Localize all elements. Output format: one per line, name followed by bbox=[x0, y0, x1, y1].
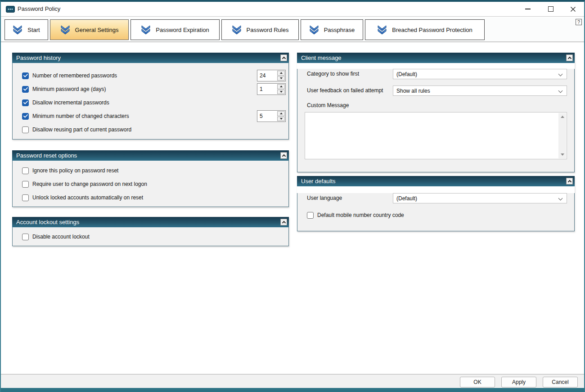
group-title: Client message bbox=[301, 54, 342, 61]
group-title: Password history bbox=[16, 54, 61, 61]
window-bottom-edge bbox=[1, 388, 584, 392]
group-password-history: Password history Number of remembered pa… bbox=[12, 53, 289, 140]
group-header: User defaults bbox=[297, 176, 575, 186]
group-header: Account lockout settings bbox=[12, 217, 289, 227]
setting-row: Number of remembered passwords 24 bbox=[13, 69, 288, 82]
setting-row: Minimum number of changed characters 5 bbox=[13, 109, 288, 123]
spinner-buttons bbox=[277, 111, 285, 122]
checkbox-remembered-passwords[interactable] bbox=[22, 72, 29, 79]
tab-general-settings[interactable]: General Settings bbox=[50, 19, 129, 40]
collapse-button[interactable] bbox=[280, 219, 287, 225]
collapse-button[interactable] bbox=[280, 54, 287, 61]
chevron-up-icon bbox=[282, 154, 285, 158]
group-account-lockout-settings: Account lockout settings Disable account… bbox=[12, 217, 289, 246]
spinner-down-icon bbox=[280, 77, 283, 79]
ok-button[interactable]: OK bbox=[460, 377, 495, 387]
tab-start[interactable]: Start bbox=[4, 19, 48, 40]
spinner-up-icon bbox=[280, 113, 283, 114]
checkbox-ignore-policy-on-reset[interactable] bbox=[22, 167, 29, 174]
spinner-value[interactable]: 5 bbox=[257, 111, 277, 122]
chevron-down-icon bbox=[558, 196, 563, 201]
checkbox-default-mobile-country-code[interactable] bbox=[307, 212, 314, 219]
tab-password-rules[interactable]: Password Rules bbox=[221, 19, 299, 40]
collapse-button[interactable] bbox=[566, 54, 573, 61]
check-icon bbox=[23, 114, 28, 118]
tab-password-expiration[interactable]: Password Expiration bbox=[130, 19, 220, 40]
category-to-show-first-dropdown[interactable]: (Default) bbox=[393, 69, 567, 79]
footer-bar: OK Apply Cancel bbox=[1, 374, 584, 388]
custom-message-textarea[interactable] bbox=[305, 112, 567, 159]
number-spinner: 1 bbox=[257, 83, 286, 95]
group-title: User defaults bbox=[301, 178, 336, 185]
number-spinner: 24 bbox=[257, 70, 286, 81]
minimize-button[interactable] bbox=[520, 2, 536, 16]
field-row bbox=[297, 112, 574, 159]
textarea-value bbox=[305, 112, 309, 122]
spinner-up-button[interactable] bbox=[277, 71, 285, 76]
checkbox-label: Disable account lockout bbox=[32, 234, 90, 240]
checkbox-disable-account-lockout[interactable] bbox=[22, 234, 29, 240]
tab-passphrase[interactable]: Passphrase bbox=[301, 19, 363, 40]
apply-button[interactable]: Apply bbox=[501, 377, 536, 387]
checkbox-require-change-next-logon[interactable] bbox=[22, 181, 29, 188]
spinner-buttons bbox=[277, 70, 285, 81]
tab-label: Password Expiration bbox=[156, 27, 209, 33]
close-icon bbox=[570, 6, 576, 12]
check-icon bbox=[23, 74, 28, 77]
field-row: Custom Message bbox=[297, 100, 574, 111]
tab-label: General Settings bbox=[75, 27, 119, 33]
spinner-down-icon bbox=[280, 91, 283, 93]
checkbox-label: Ignore this policy on password reset bbox=[32, 167, 118, 174]
chevron-up-icon bbox=[282, 57, 285, 60]
chevron-down-icon bbox=[558, 72, 563, 77]
spinner-down-button[interactable] bbox=[277, 76, 285, 81]
collapse-button[interactable] bbox=[566, 178, 573, 185]
dropdown-value: (Default) bbox=[396, 195, 417, 202]
double-chevron-down-icon bbox=[377, 25, 387, 35]
field-label: User language bbox=[307, 195, 342, 201]
checkbox-disallow-reusing-part[interactable] bbox=[22, 126, 29, 133]
setting-row: Disallow incremental passwords bbox=[13, 96, 288, 109]
group-title: Password reset options bbox=[16, 152, 77, 159]
spinner-value[interactable]: 24 bbox=[257, 70, 277, 81]
help-button[interactable]: ? bbox=[576, 19, 582, 25]
spinner-up-button[interactable] bbox=[277, 84, 285, 89]
user-feedback-dropdown[interactable]: Show all rules bbox=[393, 86, 567, 96]
checkbox-label: Require user to change password on next … bbox=[32, 181, 147, 187]
field-row: Category to show first (Default) bbox=[297, 69, 574, 79]
user-language-dropdown[interactable]: (Default) bbox=[393, 193, 567, 203]
scroll-down-button[interactable] bbox=[558, 151, 566, 158]
chevron-down-icon bbox=[558, 89, 563, 93]
checkbox-disallow-incremental[interactable] bbox=[22, 99, 29, 106]
dropdown-value: Show all rules bbox=[396, 88, 430, 94]
group-body: Number of remembered passwords 24 Minimu… bbox=[12, 63, 289, 140]
close-button[interactable] bbox=[565, 2, 580, 16]
checkbox-label: Unlock locked accounts automatically on … bbox=[32, 194, 143, 201]
checkbox-minimum-changed-characters[interactable] bbox=[22, 113, 29, 120]
spinner-value[interactable]: 1 bbox=[257, 84, 277, 95]
spinner-buttons bbox=[277, 84, 285, 95]
checkbox-minimum-password-age[interactable] bbox=[22, 86, 29, 93]
vertical-scrollbar[interactable] bbox=[558, 113, 566, 158]
password-field-icon bbox=[6, 6, 15, 14]
group-header: Client message bbox=[297, 53, 575, 63]
group-user-defaults: User defaults User language (Default) De… bbox=[297, 176, 575, 231]
maximize-button[interactable] bbox=[543, 2, 558, 16]
cancel-button[interactable]: Cancel bbox=[543, 377, 578, 387]
field-label: User feedback on failed attempt bbox=[307, 87, 383, 94]
collapse-button[interactable] bbox=[280, 152, 287, 159]
number-spinner: 5 bbox=[257, 110, 286, 122]
chevron-up-icon bbox=[567, 57, 571, 60]
group-body: Category to show first (Default) User fe… bbox=[297, 69, 575, 172]
scroll-up-button[interactable] bbox=[558, 113, 566, 121]
spinner-down-button[interactable] bbox=[277, 117, 285, 122]
checkbox-label: Minimum number of changed characters bbox=[32, 113, 129, 119]
tab-breached-password-protection[interactable]: Breached Password Protection bbox=[365, 19, 485, 40]
checkbox-unlock-locked-accounts[interactable] bbox=[22, 194, 29, 201]
checkbox-label: Disallow reusing part of current passwor… bbox=[32, 126, 131, 133]
group-password-reset-options: Password reset options Ignore this polic… bbox=[12, 150, 289, 207]
spinner-down-button[interactable] bbox=[277, 90, 285, 95]
maximize-icon bbox=[548, 6, 554, 12]
tab-label: Start bbox=[27, 27, 40, 33]
spinner-up-button[interactable] bbox=[277, 111, 285, 116]
